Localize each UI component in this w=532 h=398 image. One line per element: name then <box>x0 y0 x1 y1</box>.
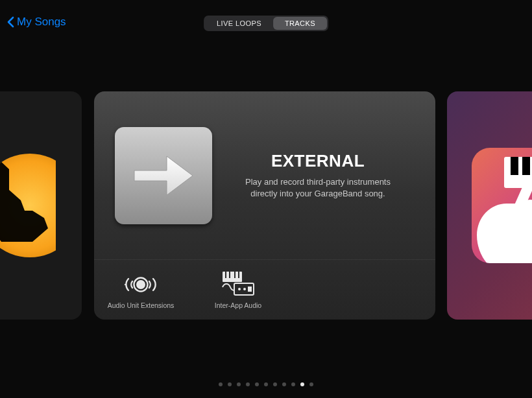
option-inter-app-audio[interactable]: Inter-App Audio <box>199 270 277 309</box>
external-text: EXTERNAL Play and record third-party ins… <box>212 151 417 199</box>
svg-rect-6 <box>238 272 239 278</box>
page-dot[interactable] <box>228 382 232 386</box>
option-audio-unit-extensions[interactable]: Audio Unit Extensions <box>102 270 180 309</box>
external-title: EXTERNAL <box>219 151 417 171</box>
page-dot[interactable] <box>309 382 313 386</box>
card-next-peek[interactable] <box>447 91 532 320</box>
svg-point-9 <box>243 288 246 290</box>
option-label: Inter-App Audio <box>215 301 261 309</box>
page-dot[interactable] <box>255 382 259 386</box>
option-label: Audio Unit Extensions <box>108 301 175 309</box>
card-external[interactable]: EXTERNAL Play and record third-party ins… <box>94 91 435 320</box>
audio-unit-icon <box>123 270 159 299</box>
svg-rect-3 <box>225 272 226 278</box>
mode-segmented-control: LIVE LOOPS TRACKS <box>204 16 328 31</box>
next-card-artwork <box>472 148 532 263</box>
segment-live-loops[interactable]: LIVE LOOPS <box>205 17 273 30</box>
external-description: Play and record third-party instruments … <box>237 176 399 199</box>
back-button[interactable]: My Songs <box>6 16 66 29</box>
page-dot[interactable] <box>273 382 277 386</box>
segment-tracks[interactable]: TRACKS <box>273 17 327 30</box>
inter-app-audio-icon <box>221 270 255 299</box>
arrow-right-icon <box>131 143 196 208</box>
external-sub-options: Audio Unit Extensions <box>94 260 435 320</box>
svg-rect-10 <box>248 287 252 292</box>
page-dot[interactable] <box>237 382 241 386</box>
page-dot[interactable] <box>282 382 286 386</box>
page-dot[interactable] <box>291 382 295 386</box>
page-dot[interactable] <box>300 382 304 386</box>
svg-rect-5 <box>234 272 236 278</box>
external-icon-tile <box>115 127 212 224</box>
instrument-carousel[interactable]: EXTERNAL Play and record third-party ins… <box>0 91 532 320</box>
page-dot[interactable] <box>264 382 268 386</box>
card-drummer-peek[interactable] <box>0 91 82 320</box>
svg-point-8 <box>238 288 241 290</box>
card-external-main: EXTERNAL Play and record third-party ins… <box>94 91 435 259</box>
svg-point-0 <box>136 280 145 289</box>
page-dot[interactable] <box>219 382 223 386</box>
piano-keys-icon <box>504 157 532 188</box>
page-indicator[interactable] <box>219 382 313 386</box>
top-bar: My Songs LIVE LOOPS TRACKS <box>0 16 532 34</box>
drummer-artwork <box>0 154 82 257</box>
chevron-left-icon <box>6 16 16 28</box>
page-dot[interactable] <box>246 382 250 386</box>
back-label: My Songs <box>17 16 66 29</box>
svg-rect-4 <box>229 272 230 278</box>
